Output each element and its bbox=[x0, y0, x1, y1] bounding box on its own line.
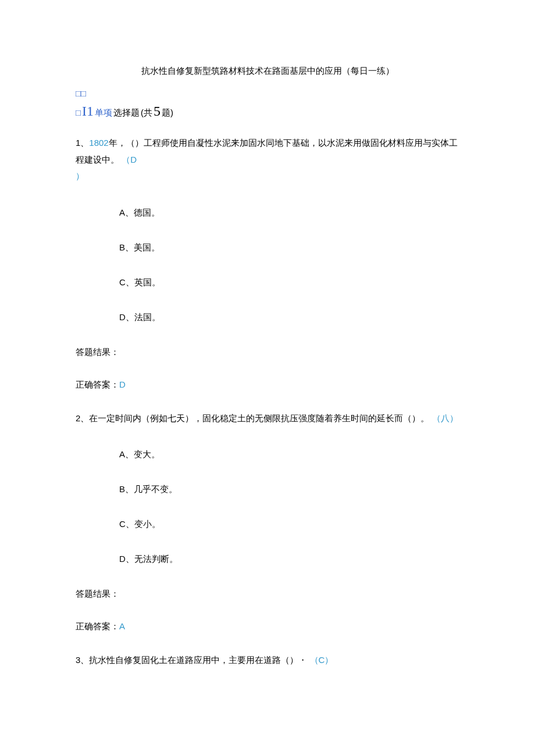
q1-stem: 1、1802年，（）工程师使用自凝性水泥来加固水同地下基础，以水泥来用做固化材料… bbox=[76, 135, 459, 185]
section-paren-close: 题) bbox=[162, 106, 173, 120]
section-label-black: 选择题 bbox=[113, 106, 140, 120]
section-paren-open: (共 bbox=[141, 106, 152, 120]
q2-option-d: D、无法判断。 bbox=[119, 552, 459, 566]
q1-option-b: B、美国。 bbox=[119, 241, 459, 255]
question-3: 3、抗水性自修复固化土在道路应用中，主要用在道路（）・ （C） bbox=[76, 652, 459, 669]
q3-stem-text: 3、抗水性自修复固化土在道路应用中，主要用在道路（）・ bbox=[76, 655, 307, 665]
q2-option-b: B、几乎不变。 bbox=[119, 482, 459, 496]
q1-index: 1、 bbox=[76, 138, 89, 148]
q1-answer-mark: （D bbox=[122, 155, 137, 164]
q3-answer-mark: （C） bbox=[310, 655, 334, 665]
q1-year: 1802 bbox=[89, 138, 108, 148]
section-header: □ I1 单项选择题 (共5题) bbox=[76, 100, 459, 122]
q2-result-label: 答题结果： bbox=[76, 587, 459, 601]
question-2: 2、在一定时间内（例如七天），固化稳定土的无侧限抗压强度随着养生时间的延长而（）… bbox=[76, 410, 459, 634]
section-count: 5 bbox=[154, 100, 160, 122]
q2-stem: 2、在一定时间内（例如七天），固化稳定土的无侧限抗压强度随着养生时间的延长而（）… bbox=[76, 410, 459, 427]
section-box-glyph: □ bbox=[76, 106, 81, 120]
q2-stem-text: 2、在一定时间内（例如七天），固化稳定土的无侧限抗压强度随着养生时间的延长而（）… bbox=[76, 413, 429, 423]
page-title: 抗水性自修复新型筑路材料技术在路面基层中的应用（每日一练） bbox=[76, 64, 459, 78]
q1-correct-letter: D bbox=[119, 379, 126, 389]
section-label-blue: 单项 bbox=[95, 106, 112, 120]
q1-options: A、德国。 B、美国。 C、英国。 D、法国。 bbox=[76, 206, 459, 324]
q1-option-a: A、德国。 bbox=[119, 206, 459, 220]
q2-option-a: A、变大。 bbox=[119, 447, 459, 461]
q1-option-d: D、法国。 bbox=[119, 310, 459, 324]
q1-option-c: C、英国。 bbox=[119, 275, 459, 289]
q1-result-label: 答题结果： bbox=[76, 345, 459, 359]
q2-option-c: C、变小。 bbox=[119, 517, 459, 531]
q1-correct-answer: 正确答案：D bbox=[76, 378, 459, 392]
section-number: I1 bbox=[82, 100, 94, 122]
q1-correct-prefix: 正确答案： bbox=[76, 379, 119, 389]
q2-correct-prefix: 正确答案： bbox=[76, 621, 119, 631]
q2-options: A、变大。 B、几乎不变。 C、变小。 D、无法判断。 bbox=[76, 447, 459, 566]
q3-stem: 3、抗水性自修复固化土在道路应用中，主要用在道路（）・ （C） bbox=[76, 652, 459, 669]
q2-correct-answer: 正确答案：A bbox=[76, 619, 459, 633]
question-1: 1、1802年，（）工程师使用自凝性水泥来加固水同地下基础，以水泥来用做固化材料… bbox=[76, 135, 459, 392]
symbol-boxes: □□ bbox=[76, 88, 459, 99]
q2-answer-mark: （八） bbox=[432, 413, 458, 423]
q1-close-paren: ） bbox=[76, 171, 84, 181]
q2-correct-letter: A bbox=[119, 621, 125, 631]
